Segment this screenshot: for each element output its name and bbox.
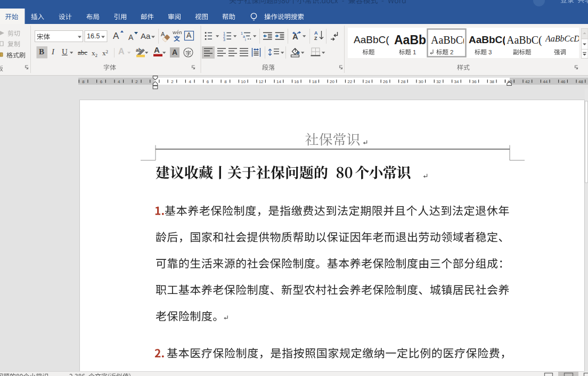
svg-text:A: A — [161, 31, 165, 37]
svg-text:3: 3 — [223, 38, 225, 42]
